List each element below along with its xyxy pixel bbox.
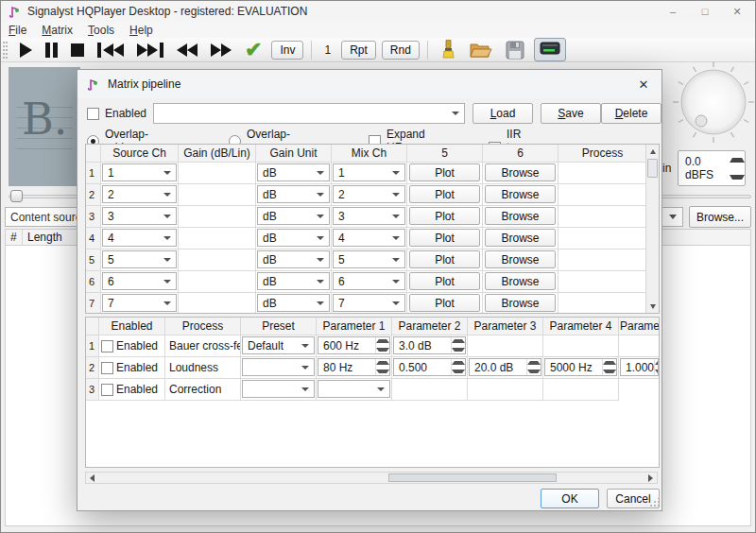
seek-slider-thumb[interactable] [10,190,23,202]
plot-button[interactable]: Plot [409,272,480,290]
row-enabled-checkbox[interactable] [101,384,113,396]
pipeline-preset-combobox[interactable] [153,103,465,124]
browse-button[interactable]: Browse [485,185,556,203]
source-ch-dropdown[interactable]: 4 [102,229,177,247]
plot-button[interactable]: Plot [409,294,480,312]
process-dropdown[interactable] [242,358,315,376]
plot-button[interactable]: Plot [409,250,480,268]
mix-ch-dropdown[interactable]: 2 [333,185,405,203]
source-ch-dropdown[interactable]: 1 [102,163,177,181]
plot-button[interactable]: Plot [409,163,480,181]
scrollbar-thumb[interactable] [647,159,658,178]
menu-item-tools[interactable]: Tools [80,23,122,38]
main-browse-button[interactable]: Browse... [689,206,751,228]
gain-unit-dropdown[interactable]: dB [257,250,330,268]
parameter-spinbox[interactable]: 5000 Hz [544,358,617,376]
toolbar-grip[interactable] [3,42,8,59]
dialog-close-icon[interactable]: ✕ [635,76,652,93]
rewind-icon[interactable] [177,43,198,57]
stop-icon[interactable] [71,43,84,57]
spin-down-icon[interactable] [452,368,465,376]
output-device-button[interactable] [534,38,566,61]
plot-button[interactable]: Plot [409,207,480,225]
delete-button[interactable]: Delete [601,103,662,124]
menu-item-help[interactable]: Help [122,23,161,38]
parameter-spinbox[interactable]: 80 Hz [318,358,390,376]
scroll-up-icon[interactable] [646,145,659,158]
maximize-button[interactable]: □ [689,1,721,22]
process-dropdown[interactable] [242,380,315,398]
chevron-down-icon[interactable] [664,209,681,225]
scroll-left-icon[interactable] [86,473,98,483]
spin-up-icon[interactable] [603,359,616,368]
repeat-button[interactable]: Rpt [341,41,376,60]
mix-ch-dropdown[interactable]: 6 [333,272,405,290]
spin-down-icon[interactable] [655,368,659,376]
mix-ch-dropdown[interactable]: 7 [333,294,405,312]
pause-icon[interactable] [45,43,58,58]
volume-knob[interactable] [670,60,756,146]
spin-down-icon[interactable] [376,346,389,354]
open-folder-icon[interactable] [470,41,492,60]
resize-grip[interactable] [649,498,659,507]
play-icon[interactable] [20,43,32,58]
pipeline-enabled-option[interactable]: Enabled [87,107,146,120]
playlist-header-number[interactable]: # [6,230,23,245]
spin-down-icon[interactable] [376,368,389,376]
volume-up-icon[interactable] [730,151,745,168]
gain-unit-dropdown[interactable]: dB [257,185,330,203]
spin-up-icon[interactable] [452,359,465,368]
apply-check-icon[interactable]: ✔ [245,41,262,60]
menu-item-matrix[interactable]: Matrix [34,23,80,38]
source-ch-dropdown[interactable]: 3 [102,207,177,225]
mix-ch-dropdown[interactable]: 4 [333,229,405,247]
spin-down-icon[interactable] [527,368,541,376]
mix-ch-dropdown[interactable]: 1 [333,163,405,181]
spin-up-icon[interactable] [527,359,541,368]
close-button[interactable]: ✕ [721,1,753,22]
invert-button[interactable]: Inv [271,41,303,60]
parameter-spinbox[interactable]: 0.500 [393,358,466,376]
load-button[interactable]: Load [472,103,533,124]
parameter-spinbox[interactable]: 20.0 dB [469,358,541,376]
playlist-header-length[interactable]: Length [23,230,81,245]
process-dropdown[interactable]: Default [242,336,315,354]
browse-button[interactable]: Browse [485,229,556,247]
brush-icon[interactable] [439,40,456,60]
skip-forward-icon[interactable] [137,43,163,58]
minimize-button[interactable]: – [657,1,689,22]
menu-item-file[interactable]: File [1,23,34,38]
plot-button[interactable]: Plot [409,229,480,247]
mix-ch-dropdown[interactable]: 3 [333,207,405,225]
gain-unit-dropdown[interactable]: dB [257,294,330,312]
row-enabled-checkbox[interactable] [101,362,113,374]
spin-up-icon[interactable] [452,337,465,346]
save-button[interactable]: Save [541,103,601,124]
source-ch-dropdown[interactable]: 7 [102,294,177,312]
gain-unit-dropdown[interactable]: dB [257,163,330,181]
gain-unit-dropdown[interactable]: dB [257,207,330,225]
scroll-down-icon[interactable] [646,300,659,313]
browse-button[interactable]: Browse [485,163,556,181]
parameter-spinbox[interactable]: 1.000 [620,358,659,376]
browse-button[interactable]: Browse [485,250,556,268]
matrix-table-vscrollbar[interactable] [645,145,659,313]
browse-button[interactable]: Browse [485,207,556,225]
spin-up-icon[interactable] [655,359,659,368]
pipeline-enabled-checkbox[interactable] [87,108,99,120]
volume-spinbox[interactable]: 0.0 dBFS [678,150,746,186]
source-ch-dropdown[interactable]: 2 [102,185,177,203]
browse-button[interactable]: Browse [485,294,556,312]
skip-back-icon[interactable] [97,43,124,58]
source-ch-dropdown[interactable]: 6 [102,272,177,290]
plot-button[interactable]: Plot [409,185,480,203]
spin-down-icon[interactable] [452,346,465,354]
parameter-spinbox[interactable]: 3.0 dB [393,336,466,354]
fast-forward-icon[interactable] [211,43,232,57]
row-enabled-checkbox[interactable] [101,340,113,352]
ok-button[interactable]: OK [541,489,599,508]
scrollbar-thumb[interactable] [388,473,557,482]
process-table-hscrollbar[interactable] [85,472,658,484]
random-button[interactable]: Rnd [382,41,420,60]
source-ch-dropdown[interactable]: 5 [102,250,177,268]
